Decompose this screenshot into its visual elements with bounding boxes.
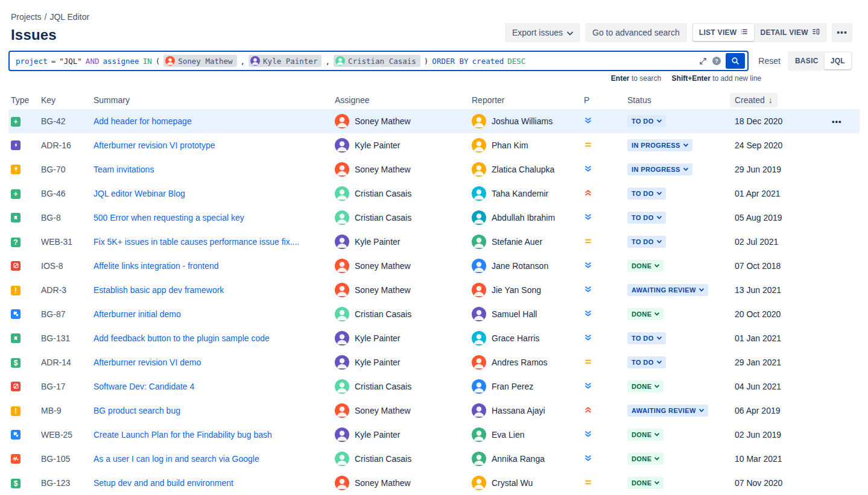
column-header-key[interactable]: Key: [41, 95, 93, 105]
status-badge[interactable]: DONE: [627, 260, 664, 272]
issue-row[interactable]: + BG-46 JQL editor Webinar Blog Cristian…: [8, 181, 860, 206]
issue-summary-link[interactable]: Fix 5K+ issues in table causes performan…: [93, 237, 335, 247]
issue-row[interactable]: WEB-25 Create Launch Plan for the Findab…: [8, 423, 860, 447]
jql-mode-button[interactable]: JQL: [825, 52, 851, 69]
issue-row[interactable]: + BG-42 Add header for homepage Soney Ma…: [8, 109, 860, 133]
issue-summary-link[interactable]: Afterburner revision VI prototype: [93, 140, 335, 150]
issue-summary-link[interactable]: Team invitations: [93, 165, 335, 174]
status-label: DONE: [632, 311, 651, 318]
status-badge[interactable]: AWAITING REVIEW: [627, 284, 708, 296]
issue-row[interactable]: ADR-16 Afterburner revision VI prototype…: [8, 133, 860, 157]
status-badge[interactable]: TO DO: [627, 188, 666, 200]
issue-row[interactable]: ! ADR-3 Establish basic app dev framewor…: [8, 278, 860, 302]
reporter-name: Andres Ramos: [492, 358, 548, 367]
issue-row[interactable]: IOS-8 Affelite links integration - front…: [8, 254, 860, 278]
status-badge[interactable]: DONE: [627, 308, 664, 320]
issue-key: BG-105: [41, 454, 93, 464]
hint-enter-text: to search: [632, 74, 661, 83]
issue-row[interactable]: $ ADR-14 Afterburner revision VI demo Ky…: [8, 350, 860, 374]
issue-row[interactable]: $ BG-123 Setup dev and and build environ…: [8, 471, 860, 495]
issue-summary-link[interactable]: Afterburner revision VI demo: [93, 358, 335, 367]
status-badge[interactable]: AWAITING REVIEW: [627, 405, 708, 417]
issue-row[interactable]: BG-8 500 Error when requesting a special…: [8, 206, 860, 230]
created-date: 24 Sep 2020: [735, 140, 825, 150]
breadcrumb-jql-editor[interactable]: JQL Editor: [49, 12, 89, 22]
expand-editor-icon[interactable]: [699, 57, 708, 66]
issue-row[interactable]: BG-17 Software Dev: Candidate 4 Cristian…: [8, 374, 860, 399]
list-view-button[interactable]: LIST VIEW: [693, 24, 755, 41]
status-badge[interactable]: DONE: [627, 429, 664, 441]
detail-view-button[interactable]: DETAIL VIEW: [754, 24, 826, 41]
issue-type-icon: +: [11, 117, 21, 127]
column-header-status[interactable]: Status: [627, 95, 735, 105]
status-label: TO DO: [632, 214, 654, 221]
row-more-button[interactable]: •••: [825, 117, 860, 126]
status-badge[interactable]: TO DO: [627, 236, 666, 248]
issue-summary-link[interactable]: Add header for homepage: [93, 116, 335, 126]
issue-summary-link[interactable]: Setup dev and and build environment: [93, 478, 335, 488]
search-hint: Enter to search Shift+Enter to add new l…: [0, 74, 868, 83]
column-header-reporter[interactable]: Reporter: [472, 95, 584, 105]
export-issues-button[interactable]: Export issues: [505, 23, 580, 42]
status-badge[interactable]: TO DO: [627, 356, 666, 368]
jql-user-chip[interactable]: Kyle Painter: [249, 55, 322, 67]
reporter-name: Taha Kandemir: [492, 189, 548, 198]
issue-summary-link[interactable]: JQL editor Webinar Blog: [93, 189, 335, 198]
issue-row[interactable]: BG-87 Afterburner initial demo Cristian …: [8, 302, 860, 326]
header-more-button[interactable]: •••: [832, 23, 852, 42]
issue-type-icon: [11, 309, 21, 319]
reporter-name: Fran Perez: [492, 382, 533, 391]
issue-summary-link[interactable]: Create Launch Plan for the Findability b…: [93, 430, 335, 440]
issue-summary-link[interactable]: BG product search bug: [93, 406, 335, 415]
status-badge[interactable]: DONE: [627, 380, 664, 393]
status-badge[interactable]: IN PROGRESS: [627, 139, 692, 151]
jql-token: ORDER BY: [432, 57, 468, 66]
help-icon[interactable]: ?: [712, 56, 721, 66]
issue-type-icon: $: [11, 358, 21, 368]
reporter-avatar: [472, 210, 486, 225]
hint-shift-text: to add new line: [712, 74, 761, 83]
issue-summary-link[interactable]: Software Dev: Candidate 4: [93, 382, 335, 391]
hint-shift-key: Shift+Enter: [672, 74, 711, 83]
assignee-name: Kyle Painter: [355, 237, 400, 247]
issue-row[interactable]: ! MB-9 BG product search bug Soney Mathe…: [8, 399, 860, 423]
issue-key: BG-70: [41, 165, 93, 174]
issue-summary-link[interactable]: Affelite links integration - frontend: [93, 261, 335, 271]
issue-summary-link[interactable]: Establish basic app dev framework: [93, 285, 335, 295]
issue-key: ADR-16: [41, 140, 93, 150]
issue-row[interactable]: BG-105 As a user I can log in and search…: [8, 447, 860, 471]
reporter-avatar: [472, 331, 486, 345]
column-header-summary[interactable]: Summary: [93, 95, 335, 105]
column-header-type[interactable]: Type: [11, 95, 41, 105]
column-header-assignee[interactable]: Assignee: [335, 95, 472, 105]
reset-button[interactable]: Reset: [758, 56, 781, 66]
breadcrumb-projects[interactable]: Projects: [11, 12, 42, 22]
basic-jql-toggle: BASIC JQL: [788, 51, 852, 71]
issue-summary-link[interactable]: Add feedback button to the plugin sample…: [93, 333, 335, 343]
status-badge[interactable]: TO DO: [627, 332, 666, 344]
issue-row[interactable]: BG-131 Add feedback button to the plugin…: [8, 326, 860, 350]
search-button[interactable]: [726, 53, 745, 69]
status-badge[interactable]: DONE: [627, 453, 664, 465]
column-header-priority[interactable]: P: [584, 95, 627, 105]
reporter-avatar: [472, 427, 486, 442]
jql-search-input[interactable]: project="JQL"ANDassigneeIN(Soney Mathew,…: [8, 51, 749, 71]
jql-user-chip[interactable]: Cristian Casais: [334, 55, 420, 67]
issue-row[interactable]: BG-70 Team invitations Soney Mathew Zlat…: [8, 157, 860, 181]
column-header-created[interactable]: Created ↓: [735, 93, 825, 107]
status-badge[interactable]: TO DO: [627, 212, 666, 224]
basic-mode-button[interactable]: BASIC: [789, 52, 825, 69]
status-label: TO DO: [632, 190, 654, 197]
issue-rows: + BG-42 Add header for homepage Soney Ma…: [0, 109, 868, 495]
issue-summary-link[interactable]: 500 Error when requesting a special key: [93, 213, 335, 222]
jql-user-chip[interactable]: Soney Mathew: [163, 55, 236, 67]
advanced-search-button[interactable]: Go to advanced search: [585, 23, 687, 42]
issue-row[interactable]: ? WEB-31 Fix 5K+ issues in table causes …: [8, 230, 860, 254]
status-badge[interactable]: IN PROGRESS: [627, 163, 692, 175]
created-date: 05 Aug 2019: [735, 213, 825, 222]
status-label: IN PROGRESS: [632, 166, 680, 173]
status-badge[interactable]: DONE: [627, 477, 664, 489]
issue-summary-link[interactable]: Afterburner initial demo: [93, 309, 335, 319]
status-badge[interactable]: TO DO: [627, 115, 666, 127]
issue-summary-link[interactable]: As a user I can log in and search via Go…: [93, 454, 335, 464]
